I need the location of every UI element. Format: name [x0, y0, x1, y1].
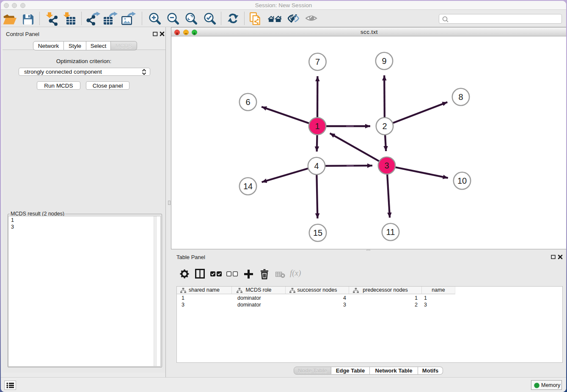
svg-text:1: 1	[315, 121, 319, 131]
svg-text:3: 3	[384, 161, 389, 170]
svg-text:8: 8	[458, 92, 463, 102]
svg-text:6: 6	[245, 97, 250, 107]
svg-text:14: 14	[243, 182, 253, 191]
svg-text:4: 4	[314, 161, 319, 171]
svg-text:10: 10	[457, 176, 467, 185]
svg-text:7: 7	[315, 57, 320, 66]
svg-text:9: 9	[382, 56, 386, 66]
svg-text:11: 11	[386, 227, 395, 237]
svg-text:2: 2	[382, 121, 387, 131]
svg-text:15: 15	[313, 228, 322, 237]
